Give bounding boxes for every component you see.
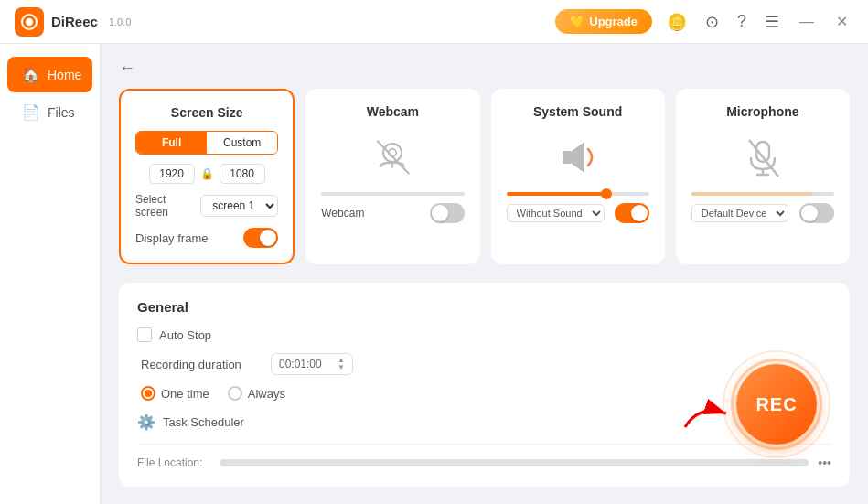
- rec-outer-ring: REC: [731, 359, 822, 450]
- mic-slider-fill: [691, 192, 813, 196]
- svg-line-5: [378, 141, 410, 175]
- svg-marker-7: [572, 142, 584, 173]
- titlebar-actions: 💛 Upgrade 🪙 ⊙ ? ☰ — ✕: [555, 8, 853, 36]
- webcam-title: Webcam: [321, 104, 464, 119]
- auto-stop-row: Auto Stop: [137, 327, 831, 342]
- task-scheduler-label: Task Scheduler: [163, 415, 244, 429]
- upgrade-heart-icon: 💛: [570, 15, 584, 28]
- auto-stop-label: Auto Stop: [159, 328, 211, 342]
- mic-bottom-row: Default Device: [691, 203, 834, 223]
- auto-stop-checkbox[interactable]: [137, 327, 152, 342]
- gear-icon: ⚙️: [137, 413, 155, 431]
- display-frame-toggle[interactable]: [243, 228, 278, 248]
- recording-duration-label: Recording duration: [141, 358, 260, 371]
- mic-icon-wrap: [691, 130, 834, 185]
- general-title: General: [137, 299, 831, 315]
- webcam-card: Webcam Webcam: [305, 89, 479, 264]
- select-screen-row: Select screen screen 1: [135, 193, 278, 219]
- app-icon: [15, 7, 44, 37]
- rec-btn-container: REC: [731, 359, 822, 450]
- select-screen-label: Select screen: [135, 193, 200, 219]
- titlebar: DiReec 1.0.0 💛 Upgrade 🪙 ⊙ ? ☰ — ✕: [0, 0, 868, 44]
- sound-slider-track[interactable]: [507, 192, 649, 196]
- general-section: General Auto Stop Recording duration ▲ ▼: [119, 283, 850, 487]
- mic-slider-row: [691, 192, 834, 196]
- sidebar-item-home[interactable]: 🏠 Home: [7, 57, 92, 92]
- rec-label: REC: [755, 394, 797, 415]
- sound-select[interactable]: Without Sound: [507, 204, 605, 222]
- screen-size-card: Screen Size Full Custom 🔒 Select screen …: [119, 89, 295, 264]
- height-input[interactable]: [220, 164, 265, 184]
- target-icon[interactable]: ⊙: [702, 8, 723, 36]
- app-name: DiReec: [51, 14, 98, 29]
- files-icon: 📄: [22, 103, 40, 121]
- webcam-slider-track[interactable]: [321, 192, 464, 196]
- display-frame-label: Display frame: [135, 231, 208, 245]
- duration-input-wrap: ▲ ▼: [271, 353, 353, 375]
- menu-icon[interactable]: ☰: [761, 8, 783, 36]
- content-area: ← Screen Size Full Custom 🔒 Select scree…: [101, 44, 868, 504]
- upgrade-label: Upgrade: [589, 15, 638, 28]
- svg-rect-6: [563, 151, 572, 164]
- device-select[interactable]: Default Device: [691, 204, 788, 222]
- cards-row: Screen Size Full Custom 🔒 Select screen …: [119, 89, 850, 264]
- screen-select[interactable]: screen 1: [200, 195, 278, 217]
- file-location-row: File Location: •••: [137, 444, 831, 470]
- sound-slider-row: [507, 192, 649, 196]
- webcam-slider-row: [321, 192, 464, 196]
- back-button[interactable]: ←: [119, 59, 135, 78]
- main-layout: 🏠 Home 📄 Files ← Screen Size Full Custom…: [0, 44, 868, 504]
- radio-one-time[interactable]: One time: [141, 386, 209, 401]
- file-location-label: File Location:: [137, 456, 210, 469]
- sidebar: 🏠 Home 📄 Files: [0, 44, 101, 504]
- app-logo: DiReec 1.0.0: [15, 7, 131, 37]
- sidebar-item-files[interactable]: 📄 Files: [7, 94, 92, 130]
- microphone-card: Microphone: [676, 89, 850, 264]
- svg-point-1: [26, 18, 33, 26]
- home-icon: 🏠: [22, 66, 40, 83]
- coin-icon[interactable]: 🪙: [663, 8, 691, 36]
- file-location-dots[interactable]: •••: [818, 456, 831, 470]
- width-input[interactable]: [149, 164, 195, 184]
- webcam-label: Webcam: [321, 207, 364, 220]
- screen-size-title: Screen Size: [135, 105, 278, 120]
- upgrade-button[interactable]: 💛 Upgrade: [555, 9, 652, 34]
- resolution-row: 🔒: [135, 164, 278, 184]
- app-version: 1.0.0: [109, 16, 131, 27]
- duration-down-arrow[interactable]: ▼: [338, 364, 345, 371]
- webcam-icon: [370, 134, 415, 180]
- microphone-title: Microphone: [691, 104, 834, 119]
- system-sound-toggle[interactable]: [615, 203, 649, 223]
- mic-toggle[interactable]: [799, 203, 834, 223]
- rec-button[interactable]: REC: [736, 364, 817, 445]
- duration-input[interactable]: [279, 358, 334, 370]
- full-button[interactable]: Full: [136, 132, 207, 154]
- webcam-icon-wrap: [321, 130, 464, 185]
- radio-one-time-label: One time: [161, 387, 209, 401]
- system-sound-icon-wrap: [507, 130, 649, 185]
- sidebar-item-files-label: Files: [48, 105, 75, 120]
- close-button[interactable]: ✕: [830, 9, 853, 34]
- webcam-toggle[interactable]: [430, 203, 465, 223]
- mic-slider-track[interactable]: [691, 192, 834, 196]
- speaker-icon: [555, 134, 601, 180]
- recording-duration-row: Recording duration ▲ ▼: [137, 353, 831, 375]
- duration-arrows: ▲ ▼: [338, 357, 345, 371]
- svg-point-2: [383, 144, 402, 162]
- minimize-button[interactable]: —: [794, 10, 820, 34]
- radio-always-label: Always: [248, 387, 285, 401]
- sound-bottom-row: Without Sound: [507, 203, 649, 223]
- custom-button[interactable]: Custom: [207, 132, 277, 154]
- system-sound-title: System Sound: [507, 104, 649, 119]
- microphone-icon: [740, 134, 786, 180]
- radio-always[interactable]: Always: [228, 386, 285, 401]
- help-icon[interactable]: ?: [734, 8, 750, 35]
- display-frame-row: Display frame: [135, 228, 278, 248]
- file-location-bar: [220, 459, 809, 466]
- sound-slider-fill: [507, 192, 606, 196]
- sidebar-item-home-label: Home: [48, 68, 81, 82]
- radio-always-btn[interactable]: [228, 386, 242, 401]
- size-toggle: Full Custom: [135, 131, 278, 155]
- radio-one-time-btn[interactable]: [141, 386, 155, 401]
- system-sound-card: System Sound Without Sound: [491, 89, 665, 264]
